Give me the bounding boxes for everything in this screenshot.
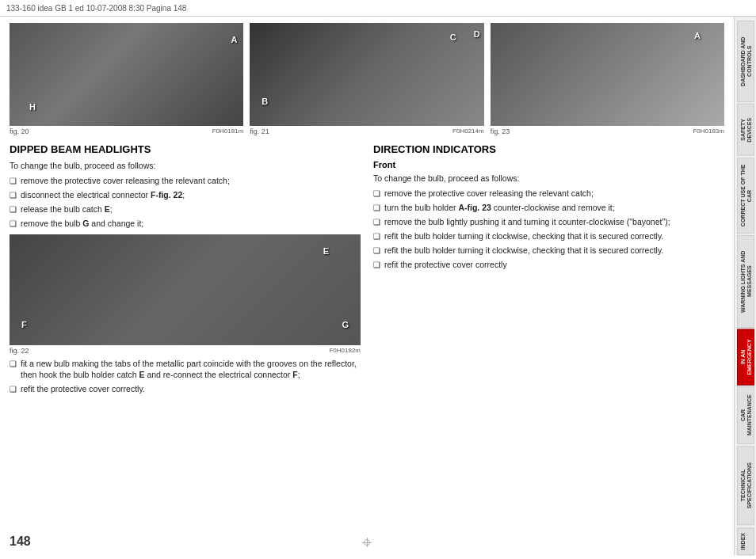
fig20-code: F0H0181m xyxy=(212,127,244,135)
left-bullet-2: disconnect the electrical connector F-fi… xyxy=(10,189,361,201)
right-column: DIRECTION INDICATORS Front To change the… xyxy=(373,143,724,400)
left-column: DIPPED BEAM HEADLIGHTS To change the bul… xyxy=(10,143,361,400)
fig20-image: A H xyxy=(10,23,243,126)
left-bullet-list: remove the protective cover releasing th… xyxy=(10,175,361,230)
fig23-code: F0H0183m xyxy=(693,127,724,135)
fig22-label-G: G xyxy=(342,320,349,329)
fig22-code: F0H0182m xyxy=(329,347,361,355)
right-intro: To change the bulb, proceed as follows: xyxy=(373,173,724,184)
fig22-image: E F G xyxy=(10,234,361,345)
top-figures-row: A H fig. 20 F0H0181m C D B fig. 21 F0H02… xyxy=(10,23,724,135)
fig22-bullet-1: fit a new bulb making the tabs of the me… xyxy=(10,358,361,381)
fig22-container: E F G fig. 22 F0H0182m xyxy=(10,234,361,355)
fig20-label: fig. 20 xyxy=(10,127,29,135)
sidebar-tab-warning[interactable]: WARNING LIGHTS AND MESSAGES xyxy=(737,235,754,328)
right-bullet-list: remove the protective cover releasing th… xyxy=(373,188,724,271)
fig21-container: C D B fig. 21 F0H0214m xyxy=(250,23,483,135)
right-bullet-6: refit the protective cover correctly xyxy=(373,259,724,271)
sidebar-tab-correct-use[interactable]: CORRECT USE OF THE CAR xyxy=(737,158,754,234)
fig23-image: A xyxy=(491,23,724,126)
fig22-bullet-list: fit a new bulb making the tabs of the me… xyxy=(10,358,361,395)
left-section-title: DIPPED BEAM HEADLIGHTS xyxy=(10,143,361,155)
fig21-label: fig. 21 xyxy=(250,127,269,135)
fig23-container: A fig. 23 F0H0183m xyxy=(491,23,724,135)
fig22-label-row: fig. 22 F0H0182m xyxy=(10,347,361,355)
right-bullet-1: remove the protective cover releasing th… xyxy=(373,188,724,200)
right-section-title: DIRECTION INDICATORS xyxy=(373,143,724,155)
fig22-bullet-2: refit the protective cover correctly. xyxy=(10,383,361,395)
right-bullet-2: turn the bulb holder A-fig. 23 counter-c… xyxy=(373,202,724,214)
content-area: A H fig. 20 F0H0181m C D B fig. 21 F0H02… xyxy=(0,17,734,555)
sidebar-tab-dashboard[interactable]: DASHBOARD AND CONTROLS xyxy=(737,21,754,102)
left-bullet-4: remove the bulb G and change it; xyxy=(10,218,361,230)
header-text: 133-160 idea GB 1 ed 10-07-2008 8:30 Pag… xyxy=(6,4,186,13)
fig20-label-H: H xyxy=(29,102,36,112)
right-bullet-3: remove the bulb lightly pushing it and t… xyxy=(373,216,724,228)
page-header: 133-160 idea GB 1 ed 10-07-2008 8:30 Pag… xyxy=(0,0,756,17)
right-sub-title: Front xyxy=(373,160,724,169)
fig20-label-A: A xyxy=(231,35,237,44)
right-bullet-5: refit the bulb holder turning it clockwi… xyxy=(373,245,724,257)
bottom-crosshair xyxy=(362,538,372,547)
fig20-label-row: fig. 20 F0H0181m xyxy=(10,127,243,135)
fig22-label-F: F xyxy=(21,320,27,329)
fig21-label-C: C xyxy=(450,32,456,42)
sidebar-tab-index[interactable]: INDEX xyxy=(737,527,754,555)
sidebar-tab-car-maintenance[interactable]: CAR MAINTENANCE xyxy=(737,386,754,444)
fig21-label-B: B xyxy=(262,97,268,106)
right-sidebar: DASHBOARD AND CONTROLS SAFETY DEVICES CO… xyxy=(734,17,756,555)
sidebar-tab-safety[interactable]: SAFETY DEVICES xyxy=(737,104,754,156)
right-bullet-4: refit the bulb holder turning it clockwi… xyxy=(373,230,724,242)
left-bullet-1: remove the protective cover releasing th… xyxy=(10,175,361,187)
main-content-columns: DIPPED BEAM HEADLIGHTS To change the bul… xyxy=(10,143,724,400)
left-bullet-3: release the bulb catch E; xyxy=(10,203,361,215)
fig22-label: fig. 22 xyxy=(10,347,29,355)
fig20-container: A H fig. 20 F0H0181m xyxy=(10,23,243,135)
fig23-label: fig. 23 xyxy=(491,127,510,135)
sidebar-tab-technical[interactable]: TECHNICAL SPECIFICATIONS xyxy=(737,446,754,525)
fig21-label-row: fig. 21 F0H0214m xyxy=(250,127,483,135)
sidebar-tab-emergency[interactable]: IN AN EMERGENCY xyxy=(737,329,754,386)
fig23-label-row: fig. 23 F0H0183m xyxy=(491,127,724,135)
page-number: 148 xyxy=(10,534,31,549)
left-intro: To change the bulb, proceed as follows: xyxy=(10,160,361,172)
fig21-code: F0H0214m xyxy=(452,127,484,135)
fig23-label-A: A xyxy=(694,31,701,40)
fig22-label-E: E xyxy=(323,246,329,256)
main-layout: A H fig. 20 F0H0181m C D B fig. 21 F0H02… xyxy=(0,17,756,555)
fig21-label-D: D xyxy=(474,29,480,39)
fig21-image: C D B xyxy=(250,23,483,126)
